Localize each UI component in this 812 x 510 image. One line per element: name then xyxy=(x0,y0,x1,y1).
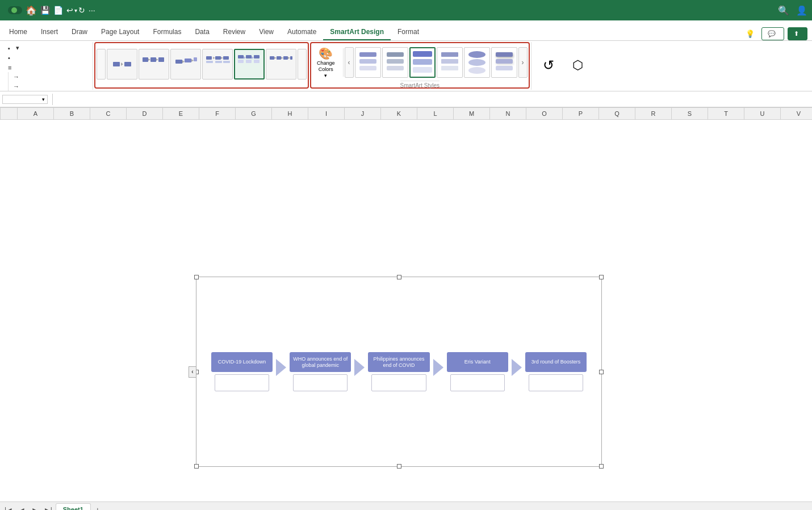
promote-button[interactable]: → xyxy=(11,72,89,81)
style-thumb-6[interactable] xyxy=(491,47,517,78)
sheet-tab-sheet1[interactable]: Sheet1 xyxy=(56,503,91,510)
home-icon[interactable]: 🏠 xyxy=(26,5,37,16)
text-pane-button[interactable]: ≡ xyxy=(6,63,89,72)
tab-formulas[interactable]: Formulas xyxy=(146,24,188,40)
layout-thumb-5[interactable] xyxy=(234,49,265,80)
sheet-nav-next[interactable]: ► xyxy=(29,505,40,511)
flow-sub-box-5[interactable] xyxy=(529,374,583,391)
sheet-nav-first[interactable]: |◄ xyxy=(2,505,15,511)
tab-format[interactable]: Format xyxy=(391,24,426,40)
undo-dropdown-icon[interactable]: ▾ xyxy=(74,7,77,14)
layout-thumb-4[interactable] xyxy=(202,49,233,80)
tab-data[interactable]: Data xyxy=(188,24,216,40)
tab-review[interactable]: Review xyxy=(216,24,252,40)
add-shape-button[interactable]: ▪ ▾ xyxy=(6,43,89,53)
flow-item-1[interactable]: COVID-19 Lockdown xyxy=(208,352,276,391)
tab-view[interactable]: View xyxy=(252,24,281,40)
tab-insert[interactable]: Insert xyxy=(34,24,65,40)
style-thumb-4[interactable] xyxy=(437,47,463,78)
svg-rect-36 xyxy=(387,52,404,57)
flow-box-1[interactable]: COVID-19 Lockdown xyxy=(211,352,273,372)
flow-item-4[interactable]: Eris Variant xyxy=(443,352,512,391)
layouts-prev-button[interactable] xyxy=(97,49,106,80)
layout-thumb-6[interactable] xyxy=(266,49,296,80)
flow-box-5[interactable]: 3rd round of Boosters xyxy=(525,352,587,372)
style-thumb-3[interactable] xyxy=(409,47,436,78)
save-icon[interactable]: 💾 xyxy=(40,6,50,15)
undo-icon[interactable]: ↩ xyxy=(66,6,73,15)
layout-thumb-2[interactable] xyxy=(139,49,169,80)
sheet-nav-prev[interactable]: ◄ xyxy=(16,505,28,511)
flow-box-3[interactable]: Philippines announces end of COVID xyxy=(368,352,429,372)
title-bar: 🏠 💾 📄 ↩ ▾ ↻ ··· 🔍 👤 xyxy=(0,0,812,20)
demote-button[interactable]: → xyxy=(11,82,89,91)
styles-next-button[interactable]: › xyxy=(518,47,528,78)
flow-item-3[interactable]: Philippines announces end of COVID xyxy=(365,352,433,391)
resize-handle-bc[interactable] xyxy=(397,464,401,469)
smartart-diagram[interactable]: ‹ COVID-19 Lockdown WHO announce xyxy=(196,277,602,467)
tab-smartart-design[interactable]: SmartArt Design xyxy=(323,24,391,40)
style-thumb-1[interactable] xyxy=(355,47,381,78)
resize-handle-mr[interactable] xyxy=(599,370,604,374)
tab-draw[interactable]: Draw xyxy=(65,24,94,40)
tab-home[interactable]: Home xyxy=(2,24,34,40)
col-header-R: R xyxy=(635,108,672,120)
col-header-G: G xyxy=(236,108,272,120)
flow-item-2[interactable]: WHO announces end of global pandemic xyxy=(286,352,354,391)
name-box[interactable]: ▾ xyxy=(2,95,48,104)
flow-sub-box-2[interactable] xyxy=(293,374,348,391)
account-icon[interactable]: 👤 xyxy=(796,5,807,16)
layout-thumb-3[interactable] xyxy=(170,49,201,80)
flow-sub-box-1[interactable] xyxy=(215,374,269,391)
flow-item-5[interactable]: 3rd round of Boosters xyxy=(522,352,590,391)
flow-box-4[interactable]: Eris Variant xyxy=(447,352,508,372)
search-icon[interactable]: 🔍 xyxy=(778,5,789,16)
flow-sub-box-4[interactable] xyxy=(450,374,505,391)
resize-handle-tl[interactable] xyxy=(194,275,199,279)
promote-icon: → xyxy=(13,73,19,80)
change-colors-button[interactable]: 🎨 ChangeColors ▾ xyxy=(312,44,340,81)
col-header-T: T xyxy=(708,108,744,120)
flow-arrow-shape-4 xyxy=(512,359,522,376)
svg-rect-28 xyxy=(277,56,281,60)
save-alt-icon[interactable]: 📄 xyxy=(53,6,63,15)
text-pane-toggle[interactable]: ‹ xyxy=(189,366,196,378)
tab-automate[interactable]: Automate xyxy=(281,24,323,40)
formula-input[interactable] xyxy=(78,94,810,104)
add-sheet-button[interactable]: + xyxy=(92,504,103,511)
convert-to-shapes-button[interactable]: ⬡ xyxy=(564,56,592,76)
styles-prev-button[interactable]: ‹ xyxy=(345,47,354,78)
ribbon-tabs: Home Insert Draw Page Layout Formulas Da… xyxy=(0,20,812,41)
share-button[interactable]: ⬆ xyxy=(788,27,807,40)
resize-handle-bl[interactable] xyxy=(194,464,199,469)
comments-button[interactable]: 💬 xyxy=(761,27,784,40)
flow-sub-box-3[interactable] xyxy=(371,374,426,391)
style-thumb-2[interactable] xyxy=(382,47,408,78)
resize-handle-tr[interactable] xyxy=(599,275,604,279)
layouts-next-button[interactable] xyxy=(298,49,307,80)
flow-box-2[interactable]: WHO announces end of global pandemic xyxy=(290,352,351,372)
create-graphic-controls: ▪ ▾ • ≡ xyxy=(6,43,89,72)
redo-icon[interactable]: ↻ xyxy=(78,6,85,15)
add-shape-dropdown[interactable]: ▾ xyxy=(16,44,19,52)
change-colors-icon: 🎨 xyxy=(319,47,333,60)
resize-handle-br[interactable] xyxy=(599,464,604,469)
formula-cancel-button[interactable] xyxy=(57,98,62,101)
layout-thumb-1[interactable] xyxy=(107,49,137,80)
formula-confirm-button[interactable] xyxy=(64,98,69,101)
add-bullet-button[interactable]: • xyxy=(6,53,89,62)
bottom-tabs: |◄ ◄ ► ►| Sheet1 + xyxy=(0,501,812,510)
flow-arrow-3 xyxy=(433,352,443,376)
style-thumb-5[interactable] xyxy=(464,47,490,78)
reset-graphic-button[interactable]: ↺ xyxy=(535,55,562,77)
sheet-nav-last[interactable]: ►| xyxy=(41,505,55,511)
ribbon: Home Insert Draw Page Layout Formulas Da… xyxy=(0,20,812,91)
change-colors-dropdown[interactable]: ▾ xyxy=(324,73,327,78)
smartart-styles-section: 🎨 ChangeColors ▾ ‹ xyxy=(310,42,530,89)
more-options-icon[interactable]: ··· xyxy=(89,6,95,15)
name-box-dropdown[interactable]: ▾ xyxy=(42,97,45,102)
tab-page-layout[interactable]: Page Layout xyxy=(94,24,146,40)
autosave-toggle[interactable] xyxy=(8,6,22,14)
svg-rect-38 xyxy=(387,66,404,70)
resize-handle-tc[interactable] xyxy=(397,275,401,279)
